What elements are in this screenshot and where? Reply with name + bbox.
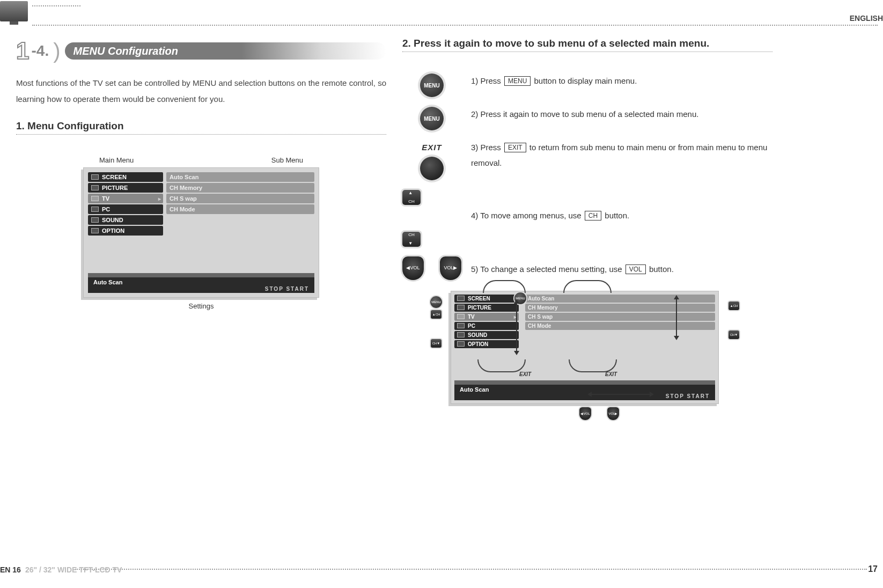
- section-number-major: 1: [16, 38, 27, 64]
- menu-item: SOUND: [88, 215, 163, 225]
- step-3: EXIT 3) Press EXIT to return from sub me…: [402, 140, 772, 180]
- ch-down-button-icon: CH ▼: [402, 232, 421, 247]
- menu-footer-bar: Auto Scan STOP START: [88, 273, 314, 293]
- submenu-item: CH S wap: [166, 194, 314, 203]
- mini-ch-icon: CH▼: [431, 339, 442, 348]
- ch-up-button-icon: ▲ CH: [402, 190, 421, 205]
- menu-item: PICTURE: [88, 183, 163, 193]
- vol-key: VOL: [626, 264, 646, 274]
- menu-key: MENU: [504, 76, 531, 86]
- menu-item: SOUND: [454, 331, 519, 339]
- menu-item-selected: TV: [454, 313, 519, 321]
- mini-menu-icon: MENU: [430, 296, 442, 308]
- arrow-icon: [569, 359, 617, 372]
- exit-label: EXIT: [420, 140, 444, 156]
- vertical-arrow-icon: [676, 296, 683, 339]
- exit-label: EXIT: [605, 371, 617, 377]
- subsection-2-title: 2. Press it again to move to sub menu of…: [402, 38, 772, 49]
- settings-label: Settings: [83, 302, 319, 310]
- arrow-icon: [477, 359, 526, 372]
- vertical-arrow-icon: [516, 300, 524, 354]
- divider: [402, 52, 772, 52]
- exit-key: EXIT: [504, 143, 526, 152]
- tv-menu-illustration: Main Menu Sub Menu SCREEN PICTURE TV PC …: [83, 156, 319, 310]
- step-1: MENU 1) Press MENU button to display mai…: [402, 74, 772, 97]
- step-2: MENU 2) Press it again to move to sub me…: [402, 107, 772, 130]
- arrow-icon: [563, 280, 612, 293]
- section-heading: 1 -4. ) MENU Configuration: [16, 38, 386, 64]
- divider: [75, 569, 867, 570]
- divider: [32, 25, 878, 26]
- section-number-minor: -4.: [31, 42, 49, 60]
- mini-vol-icon: VOL▶: [607, 407, 619, 420]
- mini-ch-icon: CH▼: [729, 330, 739, 339]
- divider: [32, 5, 80, 6]
- submenu-item: CH S wap: [525, 313, 715, 321]
- menu-button-icon: MENU: [420, 74, 444, 97]
- sub-menu-label: Sub Menu: [271, 156, 303, 164]
- mini-vol-icon: ◀VOL: [579, 407, 591, 420]
- divider: [16, 134, 386, 135]
- language-label: ENGLISH: [850, 14, 883, 23]
- submenu-item: Auto Scan: [166, 172, 314, 182]
- page-number-right: 17: [868, 564, 878, 574]
- heading-bar: MENU Configuration: [65, 42, 387, 60]
- intro-paragraph: Most functions of the TV set can be cont…: [16, 75, 386, 107]
- mini-ch-icon: ▲CH: [729, 302, 739, 310]
- menu-button-icon: MENU: [420, 107, 444, 130]
- bracket-decoration: ): [53, 39, 60, 63]
- submenu-item: CH Mode: [525, 322, 715, 330]
- step-4: ▲ CH CH ▼ 4) To move among menus, use CH…: [402, 190, 772, 247]
- vol-left-button-icon: ◀VOL: [402, 256, 424, 280]
- exit-button-icon: [420, 157, 444, 180]
- menu-item: PICTURE: [454, 304, 519, 312]
- submenu-item: Auto Scan: [525, 295, 715, 303]
- subsection-1-title: 1. Menu Configuration: [16, 120, 386, 132]
- tv-icon: [0, 1, 28, 21]
- submenu-item: CH Mode: [166, 204, 314, 214]
- menu-item: SCREEN: [454, 295, 519, 303]
- menu-item: SCREEN: [88, 172, 163, 182]
- menu-item: PC: [454, 322, 519, 330]
- vol-right-button-icon: VOL▶: [440, 256, 461, 280]
- horizontal-arrow-icon: [588, 394, 653, 395]
- step-5: ◀VOL VOL▶ 5) To change a selected menu s…: [402, 256, 772, 280]
- menu-item: OPTION: [454, 340, 519, 348]
- mini-ch-icon: ▲CH: [431, 310, 442, 319]
- exit-label: EXIT: [519, 371, 531, 377]
- main-menu-label: Main Menu: [99, 156, 134, 164]
- ch-key: CH: [585, 211, 601, 220]
- menu-item: PC: [88, 204, 163, 214]
- arrow-icon: [483, 280, 526, 293]
- page-number-left: EN 1626" / 32" WIDE TFT-LCD TV: [0, 565, 122, 574]
- menu-item-selected: TV: [88, 194, 163, 203]
- menu-item: OPTION: [88, 226, 163, 236]
- navigation-diagram: MENU ▲CH CH▼ ▲CH CH▼ SCREEN PICTURE TV P…: [451, 291, 719, 404]
- menu-footer-bar: Auto Scan STOP START: [454, 380, 715, 400]
- submenu-item: CH Memory: [525, 304, 715, 312]
- submenu-item: CH Memory: [166, 183, 314, 193]
